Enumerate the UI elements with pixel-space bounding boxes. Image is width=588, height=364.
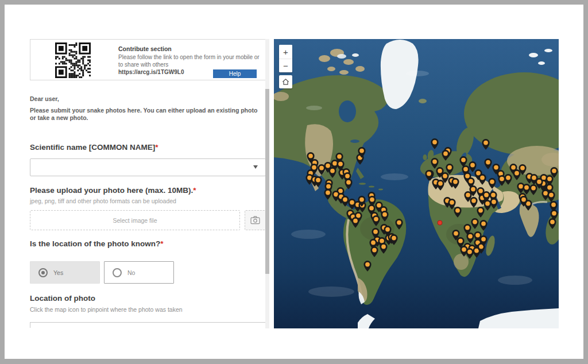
map-pin-icon[interactable] [380, 210, 389, 222]
map-pin-icon[interactable] [357, 147, 366, 158]
select-image-button[interactable]: Select image file [30, 210, 240, 230]
map-canvas[interactable]: + − [274, 39, 559, 328]
map-pin-icon[interactable] [344, 178, 353, 189]
location-known-options: Yes No [30, 261, 266, 284]
greeting-text: Dear user, [30, 95, 266, 102]
map-pin-icon[interactable] [519, 196, 528, 207]
camera-icon [250, 216, 260, 224]
map-pin-icon[interactable] [471, 218, 479, 230]
scientific-name-label-text: Scientific name [COMMON NAME] [30, 143, 155, 152]
red-dot-marker[interactable] [438, 220, 443, 226]
map-pin-icon[interactable] [363, 261, 372, 272]
radio-yes-label: Yes [53, 269, 63, 276]
zoom-out-button[interactable]: − [279, 59, 292, 72]
map-pin-icon[interactable] [389, 234, 398, 245]
form-scrollbar[interactable] [265, 39, 269, 328]
map-pin-icon[interactable] [477, 206, 485, 218]
scientific-name-select[interactable] [30, 158, 266, 176]
photo-upload-hint: jpeg, png, tiff and other photo formats … [30, 198, 266, 204]
map-pin-icon[interactable] [431, 138, 439, 149]
photo-upload-row: Select image file [30, 210, 266, 230]
map-pin-icon[interactable] [436, 179, 445, 191]
map-pin-icon[interactable] [483, 158, 492, 169]
zoom-in-button[interactable]: + [279, 45, 292, 59]
map-pin-icon[interactable] [357, 195, 366, 207]
radio-unselected-icon [113, 268, 122, 277]
map-pin-icon[interactable] [395, 219, 404, 230]
contribute-title: Contribute section [118, 45, 262, 52]
map-pin-icon[interactable] [504, 173, 513, 185]
map-pin-icon[interactable] [328, 166, 337, 178]
map-pin-icon[interactable] [451, 177, 459, 189]
radio-no-label: No [127, 269, 135, 276]
radio-option-yes[interactable]: Yes [30, 261, 100, 284]
form-scrollbar-thumb[interactable] [265, 89, 269, 274]
map-pin-icon[interactable] [535, 177, 544, 189]
radio-option-no[interactable]: No [104, 261, 174, 284]
intro-text: Please submit your snake photos here. Yo… [30, 107, 262, 122]
map-pin-icon[interactable] [482, 138, 490, 150]
location-known-label: Is the location of the photo known?* [30, 239, 266, 248]
contribute-card: Contribute section Please follow the lin… [30, 39, 266, 80]
map-pin-icon[interactable] [488, 177, 496, 189]
required-asterisk: * [193, 186, 196, 195]
contribute-description: Please follow the link to open the form … [118, 53, 262, 68]
map-pin-icon[interactable] [453, 206, 462, 218]
camera-button[interactable] [245, 210, 266, 230]
map-pin-icon[interactable] [548, 218, 557, 230]
map-pin-icon[interactable] [379, 242, 388, 254]
map-pin-icon[interactable] [324, 189, 332, 200]
qr-code [55, 42, 91, 78]
home-button[interactable] [279, 75, 292, 88]
location-map-widget[interactable] [30, 322, 266, 328]
map-pin-icon[interactable] [479, 235, 488, 246]
map-pin-icon[interactable] [479, 220, 488, 231]
location-of-photo-label: Location of photo [30, 294, 266, 303]
pin-layer [274, 39, 559, 328]
chevron-down-icon [253, 165, 258, 169]
location-known-label-text: Is the location of the photo known? [30, 239, 160, 248]
location-of-photo-hint: Click the map icon to pinpoint where the… [30, 306, 266, 313]
map-pin-icon[interactable] [314, 176, 322, 187]
home-icon [282, 78, 289, 86]
map-pin-icon[interactable] [351, 216, 359, 228]
radio-selected-icon [38, 268, 48, 277]
help-button[interactable]: Help [213, 69, 257, 78]
map-pin-icon[interactable] [372, 215, 381, 226]
survey-page: Contribute section Please follow the lin… [5, 5, 583, 359]
photo-upload-label: Please upload your photo here (max. 10MB… [30, 186, 266, 195]
scientific-name-label: Scientific name [COMMON NAME]* [30, 143, 266, 152]
map-pin-icon[interactable] [513, 169, 521, 180]
map-pin-icon[interactable] [478, 173, 487, 185]
survey-form-panel: Contribute section Please follow the lin… [30, 39, 266, 328]
photo-upload-label-text: Please upload your photo here (max. 10MB… [30, 186, 193, 195]
map-pin-icon[interactable] [550, 166, 559, 178]
map-pin-icon[interactable] [459, 245, 468, 257]
required-asterisk: * [155, 143, 158, 152]
map-zoom-controls: + − [279, 45, 292, 72]
map-pin-icon[interactable] [370, 246, 379, 257]
map-pin-icon[interactable] [442, 150, 450, 161]
required-asterisk: * [160, 239, 163, 248]
